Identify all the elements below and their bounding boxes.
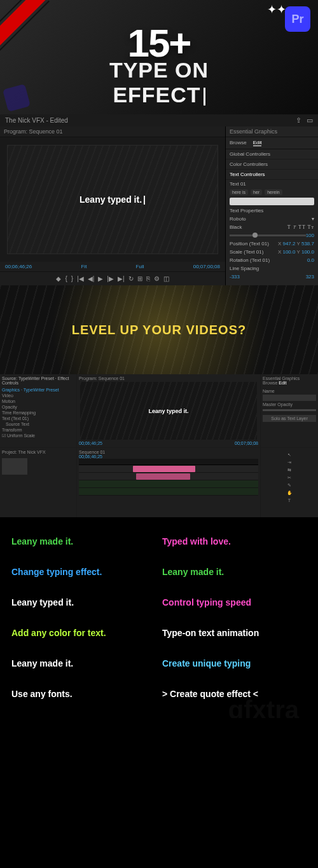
type-tool-icon[interactable]: T: [288, 498, 291, 503]
sample-text: Leany typed it.: [11, 597, 156, 607]
source-tab[interactable]: Source: TypeWriter Preset: [2, 376, 54, 381]
track-a1[interactable]: [79, 480, 258, 488]
mark-in-button[interactable]: {: [65, 275, 67, 282]
preview-text-2: Leany typed it.: [148, 408, 188, 414]
goto-next-button[interactable]: ▶|: [118, 275, 125, 282]
preview-canvas-2[interactable]: Leany typed it.: [80, 382, 257, 440]
program-monitor-2: Program: Sequence 01 Leany typed it. 00;…: [77, 374, 260, 447]
pill-2[interactable]: her: [251, 189, 262, 195]
sample-text: Leany made it.: [11, 536, 156, 546]
hand-tool-icon[interactable]: ✋: [287, 491, 293, 496]
eg-title-2[interactable]: Essential Graphics: [263, 376, 316, 381]
project-name: The Nick VFX - Edited: [5, 117, 68, 124]
eg-size-slider[interactable]: [230, 234, 306, 236]
project-panel: Project: The Nick VFX: [0, 448, 76, 518]
track-v1[interactable]: [79, 473, 258, 480]
workspace-main: Program: Sequence 01 Leany typed it. 00;…: [0, 126, 318, 285]
tools-panel: ↖ ⇥ ⇆ ✂ ✎ ✋ T: [261, 448, 318, 518]
eg-name-input[interactable]: [263, 395, 316, 401]
ripple-tool-icon[interactable]: ⇆: [287, 468, 291, 473]
sequence-tab[interactable]: Sequence 01: [79, 450, 258, 454]
app-titlebar: The Nick VFX - Edited ⇪ ▭: [0, 114, 318, 126]
hero-subtitle: TYPE ON EFFECT: [80, 58, 238, 107]
quality-dropdown[interactable]: Full: [136, 264, 144, 269]
sample-text: Use any fonts.: [11, 689, 156, 699]
safe-margins-button[interactable]: ⊞: [137, 275, 142, 282]
program-tab-2[interactable]: Program: Sequence 01: [79, 376, 258, 381]
mark-out-button[interactable]: }: [71, 275, 73, 282]
eg-font-select[interactable]: Roboto: [230, 216, 246, 222]
fx-opacity[interactable]: Opacity: [2, 405, 74, 409]
time-ruler[interactable]: [79, 459, 258, 465]
fx-sourcetext[interactable]: Source Text: [2, 422, 74, 426]
eg-edit-tab[interactable]: Edit: [253, 140, 262, 146]
eg-global-section[interactable]: Global Controllers: [226, 149, 318, 159]
fx-text[interactable]: Text (Text 01): [2, 416, 74, 421]
eg-edit-2[interactable]: Edit: [279, 381, 286, 385]
pen-tool-icon[interactable]: ✎: [287, 483, 291, 488]
eg-scale-x[interactable]: 100.0: [282, 249, 295, 255]
eg-rotation-value[interactable]: 0.0: [307, 257, 314, 263]
eg-opacity-slider[interactable]: [263, 409, 316, 411]
project-tab[interactable]: Project: The Nick VFX: [2, 450, 74, 454]
timeline-tc[interactable]: 00;06;46;25: [79, 454, 258, 459]
track-select-tool-icon[interactable]: ⇥: [287, 460, 291, 465]
preview-canvas: Leany typed it.: [7, 145, 219, 254]
tc-left-2[interactable]: 00;06;46;25: [79, 441, 102, 445]
eg-browse-2[interactable]: Browse: [263, 381, 277, 385]
eg-name-label: Name: [263, 389, 316, 393]
eg-panel-title[interactable]: Essential Graphics: [226, 126, 318, 137]
eg-font-style-buttons[interactable]: T T TT Tт: [287, 224, 314, 230]
eg-position-label: Position (Text 01): [230, 241, 269, 247]
hero-title: 15+ TYPE ON EFFECT: [80, 20, 238, 107]
fx-transform[interactable]: Transform: [2, 428, 74, 432]
tc-right-2[interactable]: 00;07;00;08: [235, 441, 258, 445]
fx-timeremap[interactable]: Time Remapping: [2, 410, 74, 415]
eg-pos-x[interactable]: 947.2: [282, 241, 295, 247]
loop-button[interactable]: ↻: [128, 275, 134, 282]
eg-suggestion-pills: here is her herein: [226, 188, 318, 196]
sample-text: Control typing speed: [162, 597, 307, 607]
project-bin-item[interactable]: [2, 458, 27, 475]
uniform-scale-checkbox[interactable]: ☑: [2, 433, 6, 438]
comparison-button[interactable]: ◫: [163, 275, 169, 282]
preview-text: Leany typed it.: [80, 194, 146, 205]
eg-browse-tab[interactable]: Browse: [230, 140, 247, 146]
eg-spacing-a[interactable]: -333: [230, 274, 240, 280]
pr-cube-decor: [3, 84, 31, 112]
goto-prev-button[interactable]: |◀: [77, 275, 84, 282]
fit-dropdown[interactable]: Fit: [81, 264, 86, 269]
eg-text-section[interactable]: Text Controllers: [226, 170, 318, 180]
eg-pos-y[interactable]: 538.7: [301, 241, 314, 247]
eg-weight-select[interactable]: Black: [230, 224, 242, 230]
fx-motion[interactable]: Motion: [2, 399, 74, 403]
export-frame-button[interactable]: ⎘: [146, 275, 150, 282]
play-button[interactable]: ▶: [98, 275, 103, 282]
video-header[interactable]: Video: [2, 393, 74, 398]
share-icon[interactable]: ⇪: [296, 116, 301, 125]
timecode-duration[interactable]: 00;07;00;08: [193, 264, 220, 269]
track-v2[interactable]: [79, 465, 258, 473]
pill-1[interactable]: here is: [230, 189, 248, 195]
workspace-icon[interactable]: ▭: [307, 116, 313, 125]
step-back-button[interactable]: ◀|: [88, 275, 95, 282]
clip-graphic-2[interactable]: [136, 473, 190, 480]
razor-tool-icon[interactable]: ✂: [287, 475, 291, 480]
hero-banner: ✦✦ Pr 15+ TYPE ON EFFECT: [0, 0, 318, 114]
selection-tool-icon[interactable]: ↖: [287, 452, 291, 458]
clip-graphic[interactable]: [133, 466, 196, 472]
pill-3[interactable]: herein: [265, 189, 282, 195]
eg-color-section[interactable]: Color Controllers: [226, 159, 318, 170]
eg-scale-y[interactable]: 100.0: [301, 249, 314, 255]
timecode-current[interactable]: 00;06;46;26: [5, 264, 32, 269]
eg-spacing-b[interactable]: 323: [306, 274, 314, 280]
track-a2[interactable]: [79, 488, 258, 496]
eg-solo-button[interactable]: Solo as Text Layer: [263, 415, 316, 422]
program-tab[interactable]: Program: Sequence 01: [0, 126, 225, 137]
settings-button[interactable]: ⚙: [154, 275, 160, 282]
eg-size-value[interactable]: 100: [306, 233, 314, 238]
eg-text-input[interactable]: [230, 198, 314, 205]
step-fwd-button[interactable]: |▶: [107, 275, 114, 282]
marker-button[interactable]: ◆: [56, 275, 61, 282]
preview-area[interactable]: Leany typed it.: [0, 137, 225, 262]
